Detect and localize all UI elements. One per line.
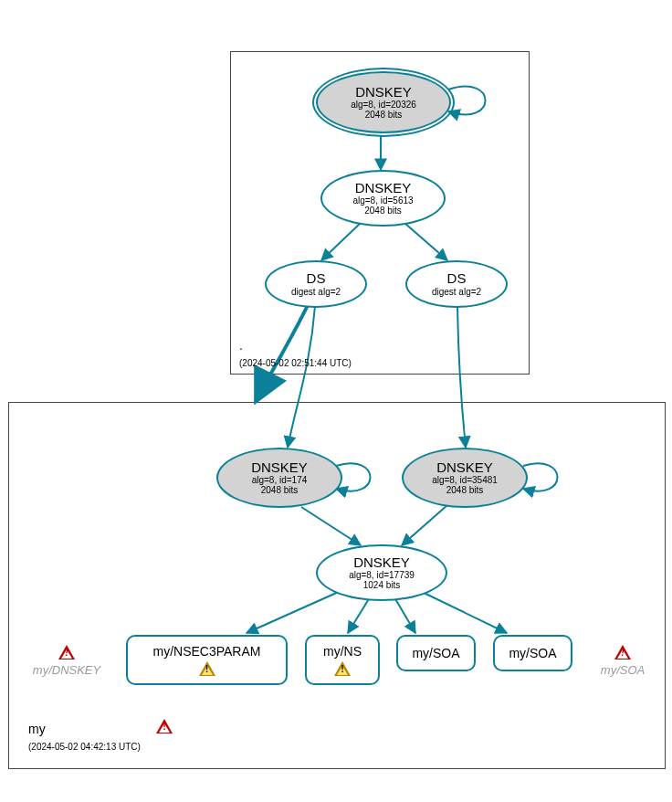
node-root-zsk: DNSKEY alg=8, id=5613 2048 bits <box>320 170 446 227</box>
record-soa-1: my/SOA <box>396 635 476 671</box>
record-label: my/SOA <box>412 646 459 660</box>
node-line2: digest alg=2 <box>432 287 481 297</box>
node-line2: alg=8, id=20326 <box>351 100 416 110</box>
ghost-my-dnskey: ! my/DNSKEY <box>26 645 108 677</box>
warning-icon: ! <box>156 719 173 733</box>
node-ds2: DS digest alg=2 <box>405 260 508 308</box>
ghost-my-soa: ! my/SOA <box>582 645 664 677</box>
node-title: DS <box>447 271 467 287</box>
record-label: my/NS <box>323 644 362 659</box>
node-ds1: DS digest alg=2 <box>265 260 367 308</box>
warning-icon: ! <box>58 645 75 660</box>
zone-root-timestamp: (2024-05-02 02:51:44 UTC) <box>239 358 352 368</box>
zone-root-name: . <box>239 338 243 353</box>
record-ns: my/NS ! <box>305 635 380 685</box>
record-label: my/NSEC3PARAM <box>153 644 261 659</box>
node-line3: 1024 bits <box>363 580 401 590</box>
node-my-ksk1: DNSKEY alg=8, id=174 2048 bits <box>216 448 342 508</box>
node-title: DS <box>307 271 326 287</box>
record-nsec3param: my/NSEC3PARAM ! <box>126 635 288 685</box>
node-title: DNSKEY <box>436 460 493 476</box>
record-label: my/SOA <box>509 646 556 660</box>
node-line3: 2048 bits <box>446 485 484 495</box>
node-title: DNSKEY <box>353 555 410 571</box>
node-title: DNSKEY <box>355 85 412 100</box>
node-line2: alg=8, id=17739 <box>349 570 415 580</box>
record-soa-2: my/SOA <box>493 635 572 671</box>
node-root-ksk: DNSKEY alg=8, id=20326 2048 bits <box>316 71 451 133</box>
node-my-zsk: DNSKEY alg=8, id=17739 1024 bits <box>316 544 447 601</box>
warning-icon: ! <box>334 661 351 676</box>
node-line2: alg=8, id=5613 <box>352 195 413 206</box>
zone-root-label: . (2024-05-02 02:51:44 UTC) <box>239 338 352 368</box>
node-line2: alg=8, id=174 <box>252 475 308 485</box>
node-line3: 2048 bits <box>365 110 403 120</box>
ghost-label: my/DNSKEY <box>33 663 100 677</box>
warning-icon: ! <box>199 661 215 676</box>
node-line2: alg=8, id=35481 <box>432 475 498 485</box>
node-line3: 2048 bits <box>364 206 402 216</box>
zone-my-timestamp: (2024-05-02 04:42:13 UTC) <box>28 742 141 752</box>
node-title: DNSKEY <box>251 460 308 476</box>
node-line2: digest alg=2 <box>291 287 341 297</box>
zone-my-label: my (2024-05-02 04:42:13 UTC) <box>28 722 141 752</box>
node-my-ksk2: DNSKEY alg=8, id=35481 2048 bits <box>402 448 528 508</box>
node-line3: 2048 bits <box>261 485 299 495</box>
warning-icon: ! <box>614 645 631 660</box>
zone-my-name: my <box>28 722 46 736</box>
node-title: DNSKEY <box>355 181 412 196</box>
ghost-label: my/SOA <box>601 663 645 677</box>
